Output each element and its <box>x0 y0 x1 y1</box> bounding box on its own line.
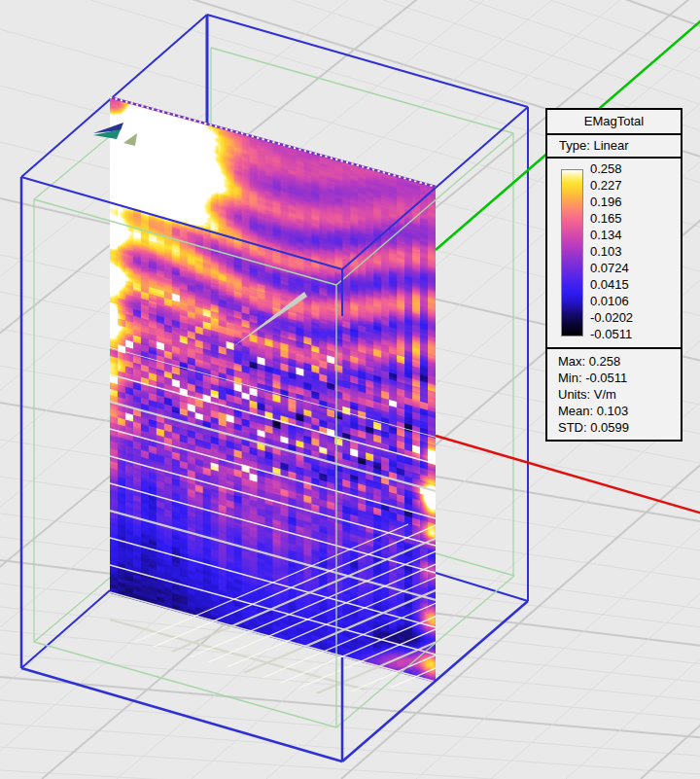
scale-value: 0.227 <box>590 177 633 194</box>
legend-scale-values: 0.258 0.227 0.196 0.165 0.134 0.103 0.07… <box>590 160 633 342</box>
scale-value: 0.0415 <box>590 276 633 293</box>
field-legend-panel[interactable]: EMagTotal Type: Linear 0.258 0.227 0.196… <box>545 108 682 442</box>
legend-type-label: Type: Linear <box>547 135 681 159</box>
scale-value: -0.0202 <box>590 309 633 326</box>
stat-min: Min: -0.0511 <box>558 370 681 386</box>
scale-value: 0.0106 <box>590 293 633 309</box>
scale-value: 0.103 <box>590 243 633 260</box>
legend-stats: Max: 0.258 Min: -0.0511 Units: V/m Mean:… <box>547 347 681 440</box>
scale-value: 0.196 <box>590 194 633 210</box>
legend-scale: 0.258 0.227 0.196 0.165 0.134 0.103 0.07… <box>547 159 681 347</box>
scale-value: 0.258 <box>590 160 633 177</box>
scale-value: 0.0724 <box>590 260 633 276</box>
stat-units: Units: V/m <box>558 386 681 403</box>
scale-value: 0.165 <box>590 210 633 227</box>
legend-title: EMagTotal <box>547 110 681 135</box>
stat-mean: Mean: 0.103 <box>558 403 681 419</box>
scale-value: 0.134 <box>590 227 633 243</box>
stat-max: Max: 0.258 <box>558 353 681 370</box>
scale-value: -0.0511 <box>590 326 633 342</box>
stat-std: STD: 0.0599 <box>558 419 681 436</box>
3d-viewport: EMagTotal Type: Linear 0.258 0.227 0.196… <box>0 0 700 779</box>
legend-colorbar <box>561 169 583 336</box>
